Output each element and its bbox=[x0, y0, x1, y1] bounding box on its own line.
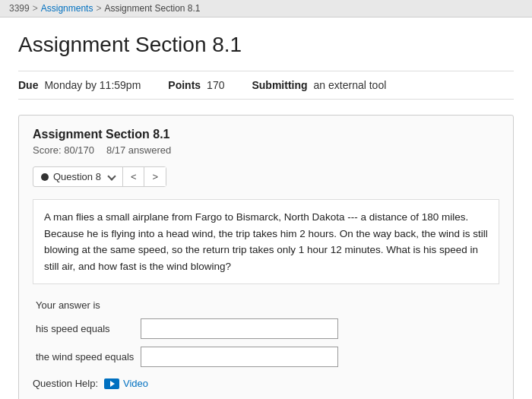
answer-section: Your answer is his speed equals the wind… bbox=[33, 299, 499, 367]
question-help: Question Help: Video bbox=[33, 378, 499, 389]
score-value: Score: 80/170 bbox=[33, 144, 94, 156]
breadcrumb: 3399 > Assignments > Assignment Section … bbox=[0, 0, 532, 17]
wind-input[interactable] bbox=[141, 347, 338, 367]
next-question-button[interactable]: > bbox=[144, 167, 166, 186]
breadcrumb-assignments-link[interactable]: Assignments bbox=[41, 3, 93, 14]
card-title: Assignment Section 8.1 bbox=[33, 128, 499, 141]
points-value: 170 bbox=[207, 79, 224, 91]
answered-value: 8/17 answered bbox=[106, 144, 171, 156]
help-label: Question Help: bbox=[33, 378, 98, 389]
submitting-value: an external tool bbox=[314, 79, 387, 91]
video-label: Video bbox=[123, 378, 148, 389]
question-label: Question 8 bbox=[53, 171, 101, 182]
speed-answer-row: his speed equals bbox=[36, 318, 499, 339]
breadcrumb-current: Assignment Section 8.1 bbox=[104, 3, 200, 14]
breadcrumb-sep2: > bbox=[96, 3, 101, 14]
assignment-card: Assignment Section 8.1 Score: 80/170 8/1… bbox=[18, 115, 514, 399]
submitting-label: Submitting bbox=[252, 79, 307, 91]
answer-intro: Your answer is bbox=[36, 299, 499, 311]
wind-label: the wind speed equals bbox=[36, 351, 135, 363]
question-selector[interactable]: Question 8 bbox=[33, 167, 123, 186]
play-triangle-icon bbox=[110, 381, 115, 387]
due-label: Due bbox=[18, 79, 38, 91]
due-value: Monday by 11:59pm bbox=[44, 79, 141, 91]
video-icon bbox=[104, 378, 119, 389]
wind-answer-row: the wind speed equals bbox=[36, 347, 499, 367]
meta-bar: Due Monday by 11:59pm Points 170 Submitt… bbox=[18, 71, 514, 100]
dropdown-arrow-icon bbox=[107, 172, 116, 180]
question-nav: Question 8 < > bbox=[33, 166, 166, 187]
page-title: Assignment Section 8.1 bbox=[18, 33, 514, 57]
points-label: Points bbox=[168, 79, 201, 91]
video-link[interactable]: Video bbox=[104, 378, 148, 389]
course-id: 3399 bbox=[9, 3, 30, 14]
question-dot bbox=[41, 173, 49, 181]
score-line: Score: 80/170 8/17 answered bbox=[33, 144, 499, 156]
prev-question-button[interactable]: < bbox=[123, 167, 145, 186]
page-container: Assignment Section 8.1 Due Monday by 11:… bbox=[0, 17, 532, 399]
breadcrumb-sep1: > bbox=[33, 3, 38, 14]
speed-input[interactable] bbox=[141, 318, 338, 339]
question-text: A man flies a small airplane from Fargo … bbox=[33, 199, 499, 284]
speed-label: his speed equals bbox=[36, 323, 135, 334]
